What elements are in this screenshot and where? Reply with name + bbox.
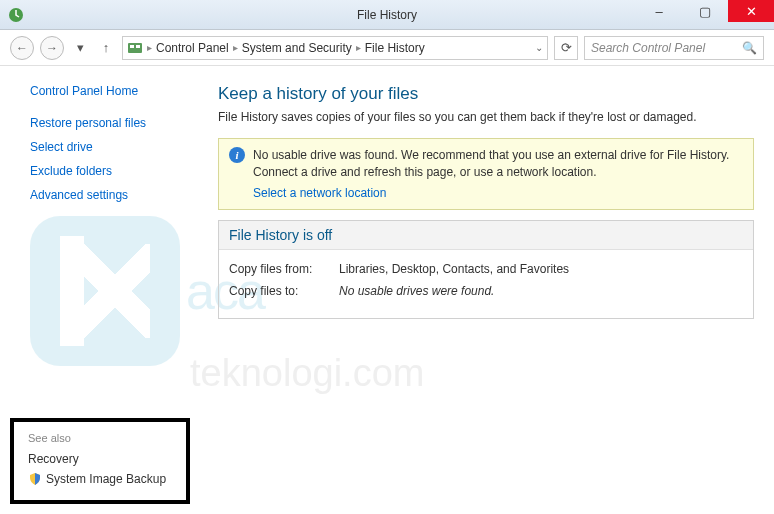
breadcrumb-sep-icon: ▸ [147,42,152,53]
status-row-from: Copy files from: Libraries, Desktop, Con… [229,262,743,276]
info-banner: i No usable drive was found. We recommen… [218,138,754,210]
window-buttons: – ▢ ✕ [636,0,774,22]
see-also-recovery[interactable]: Recovery [28,452,172,466]
breadcrumb-level3[interactable]: File History [365,41,425,55]
sidebar: Control Panel Home Restore personal file… [0,66,210,514]
info-icon: i [229,147,245,163]
see-also-title: See also [28,432,172,444]
copy-from-value: Libraries, Desktop, Contacts, and Favori… [339,262,569,276]
select-network-location-link[interactable]: Select a network location [253,185,743,202]
search-placeholder: Search Control Panel [591,41,705,55]
info-text: No usable drive was found. We recommend … [253,147,743,201]
sidebar-link-advanced-settings[interactable]: Advanced settings [30,188,210,202]
control-panel-home-link[interactable]: Control Panel Home [30,84,210,98]
chevron-down-icon[interactable]: ▾ [70,38,90,58]
search-input[interactable]: Search Control Panel 🔍 [584,36,764,60]
copy-to-value: No usable drives were found. [339,284,494,298]
see-also-block: See also Recovery System Image Backup [10,418,190,504]
page-heading: Keep a history of your files [218,84,754,104]
shield-icon [28,472,42,486]
breadcrumb-sep-icon: ▸ [233,42,238,53]
app-icon [8,7,24,23]
breadcrumb[interactable]: ▸ Control Panel ▸ System and Security ▸ … [122,36,548,60]
see-also-system-image-backup[interactable]: System Image Backup [28,472,172,486]
close-button[interactable]: ✕ [728,0,774,22]
breadcrumb-root[interactable]: Control Panel [156,41,229,55]
forward-button[interactable]: → [40,36,64,60]
search-icon[interactable]: 🔍 [742,41,757,55]
page-subheading: File History saves copies of your files … [218,110,754,124]
window-title: File History [357,8,417,22]
sidebar-link-exclude-folders[interactable]: Exclude folders [30,164,210,178]
maximize-button[interactable]: ▢ [682,0,728,22]
svg-rect-2 [130,45,134,48]
status-body: Copy files from: Libraries, Desktop, Con… [219,250,753,318]
status-header: File History is off [219,221,753,250]
sidebar-link-restore[interactable]: Restore personal files [30,116,210,130]
sidebar-link-select-drive[interactable]: Select drive [30,140,210,154]
breadcrumb-sep-icon: ▸ [356,42,361,53]
refresh-button[interactable]: ⟳ [554,36,578,60]
up-button[interactable]: ↑ [96,38,116,58]
see-also-backup-label: System Image Backup [46,472,166,486]
status-box: File History is off Copy files from: Lib… [218,220,754,319]
main-panel: Keep a history of your files File Histor… [210,66,774,514]
navbar: ← → ▾ ↑ ▸ Control Panel ▸ System and Sec… [0,30,774,66]
svg-rect-3 [136,45,140,48]
content-area: aca teknologi.com Control Panel Home Res… [0,66,774,514]
status-row-to: Copy files to: No usable drives were fou… [229,284,743,298]
copy-from-label: Copy files from: [229,262,339,276]
titlebar: File History – ▢ ✕ [0,0,774,30]
breadcrumb-level2[interactable]: System and Security [242,41,352,55]
copy-to-label: Copy files to: [229,284,339,298]
breadcrumb-dropdown-icon[interactable]: ⌄ [535,42,543,53]
minimize-button[interactable]: – [636,0,682,22]
control-panel-icon [127,40,143,56]
info-message: No usable drive was found. We recommend … [253,148,729,179]
see-also-recovery-label: Recovery [28,452,79,466]
back-button[interactable]: ← [10,36,34,60]
